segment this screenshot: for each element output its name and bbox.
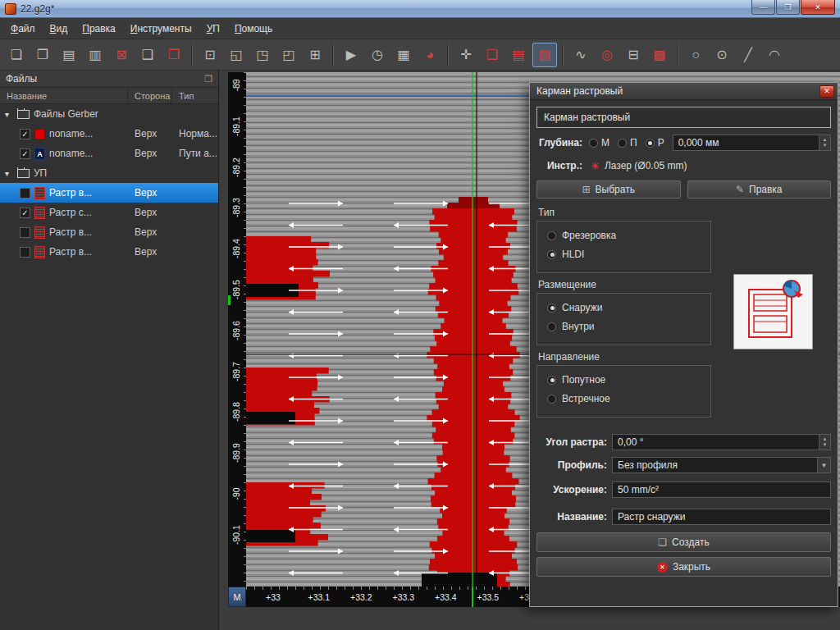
file-side: Верх — [128, 128, 172, 139]
placement-group-label: Размещение — [538, 279, 596, 290]
type-option[interactable]: HLDI — [547, 249, 701, 260]
placement-option[interactable]: Внутри — [547, 321, 701, 332]
visibility-checkbox[interactable] — [20, 188, 30, 199]
tree-file-row[interactable]: ✓noname...ВерхНорма... — [0, 124, 218, 144]
angle-input[interactable]: 0,00 ° ▲▼ — [612, 434, 831, 450]
dialog-title: Карман растровый — [536, 85, 623, 97]
grid-red-icon[interactable]: ▩ — [647, 43, 672, 67]
tree-folder-row[interactable]: ▾Файлы Gerber — [0, 104, 218, 124]
angle-label: Угол растра: — [536, 436, 607, 448]
tree-file-row[interactable]: Растр в...Верх — [0, 222, 218, 242]
window-titlebar[interactable]: 22.g2g* — ❐ ✕ — [0, 0, 840, 18]
menu-item[interactable]: Инструменты — [123, 20, 199, 38]
dialog-titlebar[interactable]: Карман растровый ✕ — [530, 83, 838, 100]
column-header-type[interactable]: Тип — [172, 88, 218, 103]
minimize-button[interactable]: — — [751, 0, 775, 15]
placement-option[interactable]: Снаружи — [547, 302, 701, 313]
crop-tool-icon[interactable]: ⊟ — [621, 43, 646, 67]
zoom-selection-icon[interactable]: ◰ — [276, 43, 301, 67]
delete-file-icon[interactable]: ⊠ — [109, 43, 134, 67]
depth-input[interactable]: 0,000 мм ▲▼ — [673, 135, 831, 151]
edit-tool-button[interactable]: ✎ Правка — [687, 180, 832, 199]
profile-select[interactable]: Без профиля ▼ — [612, 457, 831, 473]
tree-file-row[interactable]: ✓Anoname...ВерхПути а... — [0, 144, 218, 163]
ruler-units-button[interactable]: M — [228, 587, 246, 607]
menu-item[interactable]: Правка — [75, 20, 123, 38]
depth-option[interactable]: П — [618, 137, 637, 148]
tree-file-row[interactable]: Растр в...Верх — [0, 242, 218, 262]
angle-value[interactable]: 0,00 ° — [613, 436, 819, 448]
expand-arrow-icon[interactable]: ▾ — [5, 110, 13, 119]
zoom-fit-icon[interactable]: ◳ — [250, 43, 275, 67]
arc-tool-icon[interactable]: ◠ — [762, 43, 787, 67]
dialog-close-icon[interactable]: ✕ — [819, 85, 834, 98]
close-button[interactable]: ✕ — [801, 0, 835, 15]
close-dialog-button[interactable]: ✕ Закрыть — [536, 557, 831, 577]
direction-option[interactable]: Попутное — [547, 374, 701, 386]
statistics-pie-icon[interactable]: ◕ — [418, 43, 442, 67]
new-file-icon[interactable]: ❏ — [4, 43, 29, 67]
column-header-side[interactable]: Сторона — [128, 88, 172, 103]
visibility-checkbox[interactable]: ✓ — [20, 148, 30, 159]
chevron-down-icon[interactable]: ▼ — [817, 458, 830, 472]
radio-icon[interactable] — [547, 322, 556, 331]
raster-doc-icon — [34, 187, 45, 199]
depth-option[interactable]: М — [589, 137, 609, 148]
open-file-icon[interactable]: ❐ — [30, 43, 55, 67]
menu-item[interactable]: Вид — [43, 20, 75, 38]
select-tool-button[interactable]: ⊞ Выбрать — [536, 180, 681, 199]
radio-label: HLDI — [562, 249, 584, 260]
direction-option[interactable]: Встречное — [547, 393, 701, 404]
circle-tool-icon[interactable]: ○ — [683, 43, 708, 67]
maximize-button[interactable]: ❐ — [776, 0, 800, 15]
folder-icon — [17, 169, 30, 178]
table-view-icon[interactable]: ▦ — [391, 43, 416, 67]
radio-icon[interactable] — [589, 139, 598, 148]
drill-tool-icon[interactable]: ✛ — [454, 43, 478, 67]
column-header-name[interactable]: Название — [0, 88, 128, 103]
radio-icon[interactable] — [646, 139, 655, 148]
save-file-icon[interactable]: ▤ — [57, 43, 81, 67]
depth-value[interactable]: 0,000 мм — [673, 137, 819, 148]
tree-file-row[interactable]: ✓Растр с...Верх — [0, 203, 218, 222]
menu-item[interactable]: УП — [199, 20, 227, 38]
save-as-icon[interactable]: ▥ — [83, 43, 107, 67]
tree-folder-row[interactable]: ▾УП — [0, 163, 218, 183]
spline-tool-icon[interactable]: ∿ — [568, 43, 593, 67]
tree-file-row[interactable]: Растр в...Верх — [0, 183, 218, 203]
angle-spinner[interactable]: ▲▼ — [819, 435, 830, 450]
radio-icon[interactable] — [547, 376, 556, 385]
depth-option[interactable]: Р — [646, 137, 664, 148]
raster-pocket-icon[interactable]: ▧ — [532, 43, 557, 67]
run-simulation-icon[interactable]: ▶ — [339, 43, 363, 67]
copy-layer-icon[interactable]: ❑ — [480, 43, 504, 67]
radio-icon[interactable] — [547, 304, 556, 313]
menu-item[interactable]: Файл — [3, 20, 43, 38]
radio-icon[interactable] — [547, 250, 556, 259]
radio-icon[interactable] — [618, 139, 627, 148]
import-doc-icon[interactable]: ❒ — [162, 43, 186, 67]
circle-red-icon[interactable]: ◎ — [595, 43, 619, 67]
create-button[interactable]: ❏ Создать — [536, 532, 831, 552]
select-area-icon[interactable]: ⊡ — [198, 43, 222, 67]
zoom-window-icon[interactable]: ◱ — [224, 43, 249, 67]
type-option[interactable]: Фрезеровка — [547, 230, 701, 241]
time-estimate-icon[interactable]: ◷ — [365, 43, 390, 67]
grid-view-icon[interactable]: ⊞ — [303, 43, 327, 67]
name-input[interactable]: Растр снаружи — [612, 509, 831, 525]
visibility-checkbox[interactable]: ✓ — [20, 129, 30, 139]
acceleration-input[interactable]: 50 mm/c² — [612, 482, 831, 498]
visibility-checkbox[interactable] — [20, 247, 30, 258]
expand-arrow-icon[interactable]: ▾ — [5, 169, 13, 178]
depth-spinner[interactable]: ▲▼ — [819, 135, 830, 150]
dock-icon[interactable]: ❐ — [204, 74, 212, 84]
radio-icon[interactable] — [547, 395, 556, 404]
visibility-checkbox[interactable] — [20, 227, 30, 238]
radio-icon[interactable] — [547, 231, 556, 240]
menu-item[interactable]: Помощь — [227, 20, 280, 38]
raster-file-icon[interactable]: ▤ — [506, 43, 531, 67]
point-tool-icon[interactable]: ⊙ — [710, 43, 734, 67]
line-tool-icon[interactable]: ╱ — [736, 43, 760, 67]
copy-doc-icon[interactable]: ❑ — [135, 43, 160, 67]
visibility-checkbox[interactable]: ✓ — [20, 208, 30, 218]
